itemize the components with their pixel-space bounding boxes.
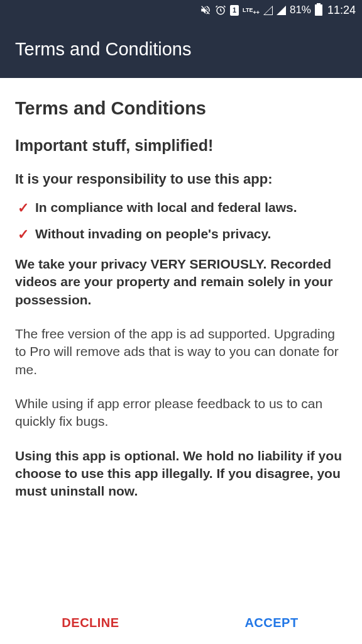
signal-2-icon [277,6,286,15]
decline-button[interactable]: DECLINE [0,606,181,640]
liability-paragraph: Using this app is optional. We hold no l… [15,447,347,501]
signal-1-icon [263,6,273,15]
battery-icon [315,4,322,16]
alarm-icon [215,4,226,16]
sim-icon: 1 [230,5,239,16]
main-content: Terms and Conditions Important stuff, si… [0,78,362,601]
app-bar: Terms and Conditions [0,20,362,78]
privacy-paragraph: We take your privacy VERY SERIOUSLY. Rec… [15,255,347,309]
accept-button[interactable]: ACCEPT [181,606,362,640]
responsibility-list: In compliance with local and federal law… [15,200,347,242]
list-item: Without invading on people's privacy. [35,226,347,242]
lte-icon: LTE++ [243,5,260,15]
page-title: Terms and Conditions [15,39,191,60]
responsibility-title: It is your responsibility to use this ap… [15,171,347,187]
content-subheading: Important stuff, simplified! [15,136,347,155]
battery-percentage: 81% [290,4,311,16]
content-heading: Terms and Conditions [15,98,347,119]
footer-buttons: DECLINE ACCEPT [0,601,362,644]
free-version-paragraph: The free version of the app is ad suppor… [15,325,347,379]
status-bar: 1 LTE++ 81% 11:24 [0,0,362,20]
feedback-paragraph: While using if app error please feedback… [15,395,347,431]
mute-icon [200,4,211,16]
clock-time: 11:24 [327,4,356,17]
list-item: In compliance with local and federal law… [35,200,347,215]
